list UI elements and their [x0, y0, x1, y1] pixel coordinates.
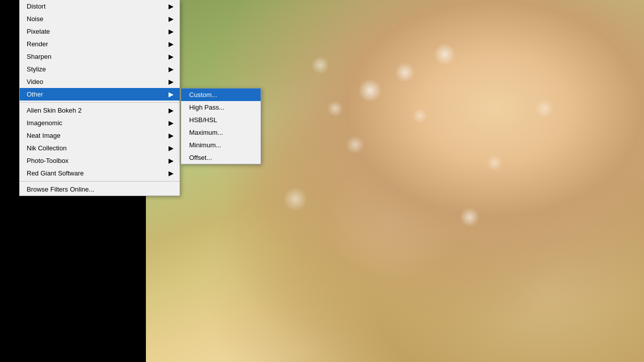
submenu-item-minimum-label: Minimum... — [189, 141, 221, 149]
primary-menu-list: Distort ▶ Noise ▶ Pixelate ▶ Render ▶ Sh… — [19, 0, 180, 196]
submenu-item-custom[interactable]: Custom... — [181, 88, 261, 101]
submenu-item-hsb-hsl-label: HSB/HSL — [189, 116, 217, 124]
menu-item-pixelate[interactable]: Pixelate ▶ — [20, 25, 180, 38]
separator-1 — [20, 102, 180, 103]
other-submenu-wrapper: Other ▶ Custom... High Pass... HSB/HSL M… — [20, 88, 180, 101]
filter-menu: Distort ▶ Noise ▶ Pixelate ▶ Render ▶ Sh… — [19, 0, 180, 196]
menu-item-neat-image[interactable]: Neat Image ▶ — [20, 129, 180, 142]
arrow-right-icon: ▶ — [169, 78, 174, 85]
menu-item-noise-label: Noise — [27, 15, 43, 23]
arrow-right-icon: ▶ — [169, 169, 174, 177]
menu-item-noise[interactable]: Noise ▶ — [20, 13, 180, 25]
menu-item-render-label: Render — [27, 40, 48, 48]
arrow-right-icon: ▶ — [169, 119, 174, 127]
menu-item-sharpen-label: Sharpen — [27, 53, 51, 60]
menu-item-alien-skin-label: Alien Skin Bokeh 2 — [27, 107, 82, 114]
submenu-item-high-pass-label: High Pass... — [189, 104, 224, 111]
menu-item-stylize[interactable]: Stylize ▶ — [20, 63, 180, 75]
menu-item-browse-filters-label: Browse Filters Online... — [27, 186, 94, 193]
plugin-items-group: Alien Skin Bokeh 2 ▶ Imagenomic ▶ Neat I… — [20, 104, 180, 179]
arrow-right-icon: ▶ — [169, 65, 174, 73]
arrow-right-icon: ▶ — [169, 15, 174, 23]
arrow-right-icon: ▶ — [169, 144, 174, 152]
menu-item-video[interactable]: Video ▶ — [20, 75, 180, 88]
arrow-right-icon: ▶ — [169, 107, 174, 114]
arrow-right-icon: ▶ — [169, 3, 174, 10]
menu-item-pixelate-label: Pixelate — [27, 28, 50, 35]
menu-item-red-giant-label: Red Giant Software — [27, 169, 84, 177]
submenu-item-maximum[interactable]: Maximum... — [181, 126, 261, 139]
menu-item-browse-filters[interactable]: Browse Filters Online... — [20, 183, 180, 196]
photo-area — [146, 0, 644, 362]
submenu-item-minimum[interactable]: Minimum... — [181, 139, 261, 151]
menu-item-distort[interactable]: Distort ▶ — [20, 0, 180, 13]
submenu-item-high-pass[interactable]: High Pass... — [181, 101, 261, 114]
arrow-right-icon: ▶ — [169, 132, 174, 139]
menu-item-other[interactable]: Other ▶ — [20, 88, 180, 101]
menu-item-neat-image-label: Neat Image — [27, 132, 60, 139]
arrow-right-icon: ▶ — [169, 28, 174, 35]
submenu-item-offset-label: Offset... — [189, 154, 212, 161]
submenu-item-custom-label: Custom... — [189, 91, 217, 99]
menu-item-alien-skin[interactable]: Alien Skin Bokeh 2 ▶ — [20, 104, 180, 117]
menu-item-red-giant[interactable]: Red Giant Software ▶ — [20, 167, 180, 179]
arrow-right-icon: ▶ — [169, 157, 174, 164]
menu-item-photo-toolbox-label: Photo-Toolbox — [27, 157, 68, 164]
menu-item-distort-label: Distort — [27, 3, 46, 10]
separator-2 — [20, 181, 180, 182]
menu-item-nik-collection-label: Nik Collection — [27, 144, 66, 152]
menu-item-stylize-label: Stylize — [27, 65, 46, 73]
menu-item-sharpen[interactable]: Sharpen ▶ — [20, 50, 180, 63]
menu-item-other-label: Other — [27, 90, 43, 98]
menu-item-video-label: Video — [27, 78, 43, 85]
submenu-other: Custom... High Pass... HSB/HSL Maximum..… — [181, 88, 261, 164]
menu-item-imagenomic-label: Imagenomic — [27, 119, 62, 127]
menu-item-imagenomic[interactable]: Imagenomic ▶ — [20, 117, 180, 129]
menu-item-render[interactable]: Render ▶ — [20, 38, 180, 50]
menu-item-photo-toolbox[interactable]: Photo-Toolbox ▶ — [20, 154, 180, 167]
submenu-item-offset[interactable]: Offset... — [181, 151, 261, 164]
submenu-item-maximum-label: Maximum... — [189, 129, 223, 136]
arrow-right-icon: ▶ — [169, 53, 174, 60]
submenu-item-hsb-hsl[interactable]: HSB/HSL — [181, 114, 261, 126]
arrow-right-icon: ▶ — [169, 40, 174, 48]
arrow-right-icon-other: ▶ — [169, 90, 174, 98]
menu-item-nik-collection[interactable]: Nik Collection ▶ — [20, 142, 180, 154]
